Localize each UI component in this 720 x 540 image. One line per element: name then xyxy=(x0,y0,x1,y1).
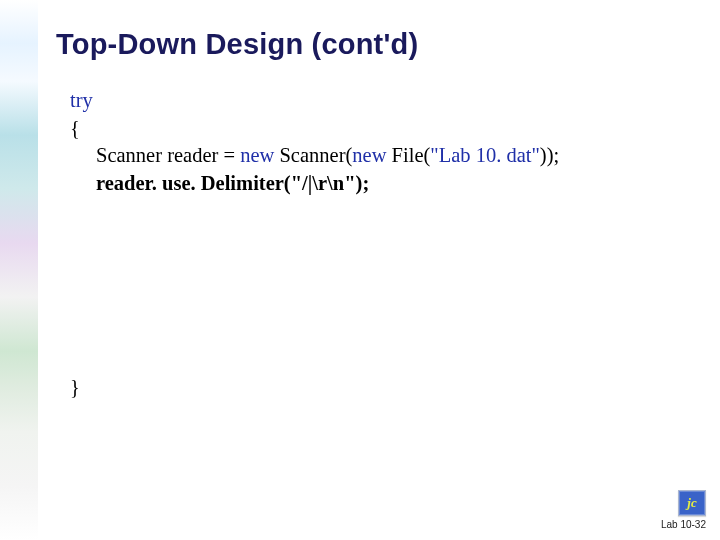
decorative-sidebar xyxy=(0,0,38,540)
slide-content: Top-Down Design (cont'd) try { Scanner r… xyxy=(38,0,720,540)
string-literal: "Lab 10. dat" xyxy=(430,144,540,166)
slide-footer: jc Lab 10-32 xyxy=(661,490,706,530)
slide-number: Lab 10-32 xyxy=(661,519,706,530)
code-block: try { Scanner reader = new Scanner(new F… xyxy=(56,87,690,401)
keyword-new: new xyxy=(352,144,386,166)
keyword-new: new xyxy=(240,144,274,166)
slide-title: Top-Down Design (cont'd) xyxy=(56,28,690,61)
code-line: Scanner reader = new Scanner(new File("L… xyxy=(70,142,690,170)
keyword-try: try xyxy=(70,89,93,111)
code-line: } xyxy=(70,374,690,402)
code-line: { xyxy=(70,115,690,143)
code-text: Scanner reader = xyxy=(96,144,240,166)
logo-icon: jc xyxy=(678,490,706,516)
code-line: try xyxy=(70,87,690,115)
logo-text: jc xyxy=(687,495,696,511)
code-line: reader. use. Delimiter("/|\r\n"); xyxy=(70,170,690,198)
brace-close: } xyxy=(70,376,80,398)
code-text: reader. use. Delimiter( xyxy=(96,172,291,194)
code-text: File( xyxy=(386,144,430,166)
brace-open: { xyxy=(70,117,80,139)
code-text: )); xyxy=(540,144,559,166)
string-literal: "/|\r\n" xyxy=(291,172,356,194)
code-text: Scanner( xyxy=(274,144,352,166)
code-text: ); xyxy=(356,172,370,194)
